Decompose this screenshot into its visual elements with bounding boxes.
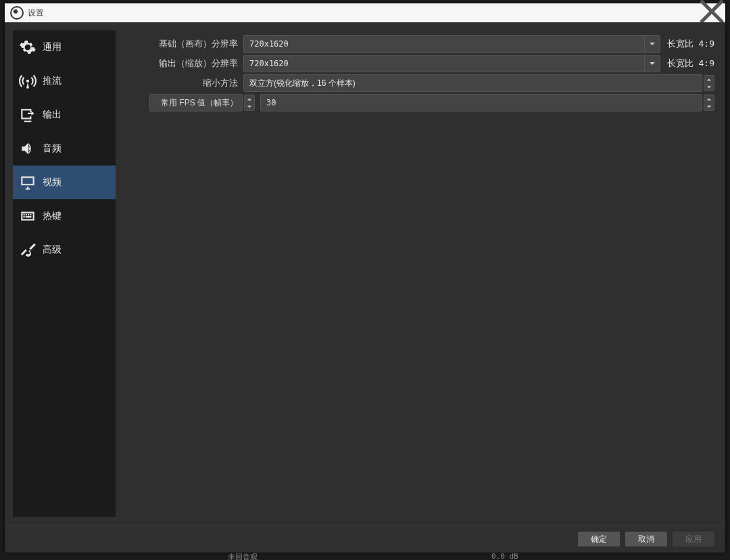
antenna-icon: [13, 72, 43, 90]
output-resolution-value: 720x1620: [244, 59, 644, 68]
spin-down-icon[interactable]: [704, 103, 714, 110]
fps-type-label: 常用 FPS 值（帧率）: [161, 97, 238, 109]
sidebar-item-hotkeys[interactable]: 热键: [13, 199, 116, 233]
sidebar-item-label: 视频: [43, 176, 62, 188]
gear-icon: [13, 39, 43, 56]
output-icon: [13, 106, 43, 124]
dialog-footer: 确定 取消 应用: [5, 525, 725, 553]
sidebar-item-output[interactable]: 输出: [13, 98, 116, 132]
output-resolution-combo[interactable]: 720x1620: [243, 55, 660, 72]
output-resolution-label: 输出（缩放）分辨率: [126, 57, 243, 70]
spin-up-icon[interactable]: [704, 76, 714, 83]
titlebar: 设置: [5, 3, 725, 22]
base-resolution-label: 基础（画布）分辨率: [126, 38, 243, 50]
sidebar-item-label: 通用: [43, 41, 62, 53]
monitor-icon: [13, 174, 43, 191]
sidebar-item-label: 高级: [43, 244, 62, 256]
window-title: 设置: [28, 7, 44, 19]
spin-up-icon[interactable]: [245, 95, 254, 103]
apply-button[interactable]: 应用: [673, 532, 714, 546]
fps-type-selector[interactable]: 常用 FPS 值（帧率）: [149, 94, 243, 111]
output-aspect-ratio: 长宽比 4:9: [660, 57, 714, 70]
ok-button[interactable]: 确定: [578, 532, 620, 546]
sidebar-item-audio[interactable]: 音频: [13, 132, 116, 166]
settings-dialog: 设置 通用 推流 输出: [5, 3, 725, 553]
chevron-down-icon[interactable]: [644, 36, 660, 52]
sidebar-item-stream[interactable]: 推流: [13, 64, 116, 98]
speaker-icon: [13, 140, 43, 157]
bg-text-left: 来回音观: [228, 552, 258, 560]
downscale-filter-value: 双立方(锐化缩放，16 个样本): [244, 78, 702, 89]
base-resolution-value: 720x1620: [244, 39, 644, 49]
fps-value-combo[interactable]: 30: [260, 94, 702, 111]
spin-down-icon[interactable]: [704, 83, 714, 91]
base-aspect-ratio: 长宽比 4:9: [660, 38, 714, 50]
sidebar-item-video[interactable]: 视频: [13, 166, 116, 199]
base-resolution-combo[interactable]: 720x1620: [243, 35, 660, 53]
keyboard-icon: [13, 207, 43, 225]
sidebar-item-advanced[interactable]: 高级: [13, 233, 116, 267]
sidebar-item-label: 热键: [43, 210, 62, 222]
fps-type-spinner[interactable]: [244, 95, 255, 111]
settings-sidebar: 通用 推流 输出 音频: [13, 30, 116, 517]
downscale-filter-combo[interactable]: 双立方(锐化缩放，16 个样本): [243, 74, 702, 92]
tools-icon: [13, 241, 43, 259]
fps-value: 30: [261, 98, 702, 107]
downscale-filter-label: 缩小方法: [126, 77, 243, 89]
fps-value-spinner[interactable]: [704, 95, 714, 111]
sidebar-item-label: 推流: [43, 75, 62, 87]
bg-text-right: 0.0 dB: [491, 552, 518, 560]
chevron-down-icon[interactable]: [644, 55, 660, 72]
settings-content: 基础（画布）分辨率 720x1620 长宽比 4:9 输出（缩放）分辨率 720…: [116, 22, 725, 525]
sidebar-item-label: 输出: [43, 109, 62, 121]
sidebar-item-label: 音频: [43, 143, 62, 155]
cancel-button[interactable]: 取消: [625, 532, 667, 546]
obs-icon: [10, 6, 24, 20]
downscale-spinner[interactable]: [704, 75, 714, 91]
spin-up-icon[interactable]: [704, 95, 714, 103]
sidebar-item-general[interactable]: 通用: [13, 30, 116, 64]
spin-down-icon[interactable]: [245, 103, 254, 110]
